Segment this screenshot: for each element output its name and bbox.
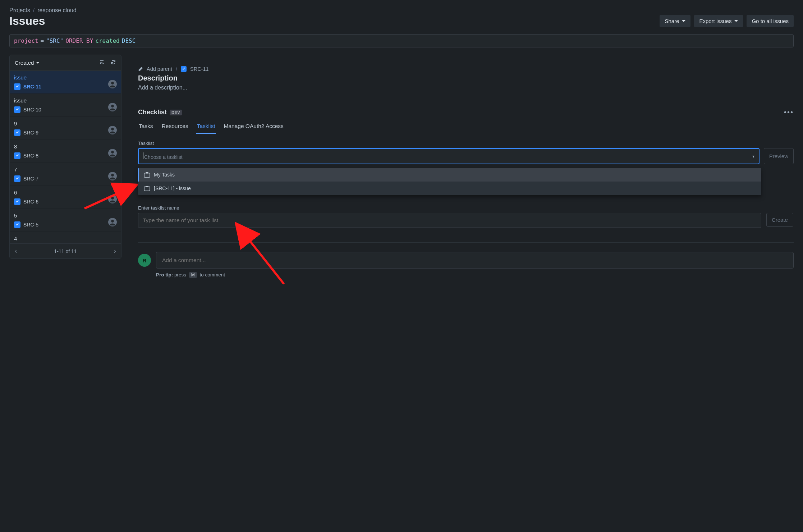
issue-title: issue [14,97,117,104]
issue-title: 9 [14,120,117,127]
assignee-avatar [108,103,117,111]
issue-type-icon [14,83,20,90]
page-next-button[interactable]: › [114,247,116,255]
chevron-down-icon: ▾ [752,154,754,159]
issue-key: SRC-8 [23,153,38,159]
pro-tip: Pro tip: press M to comment [156,272,794,278]
user-avatar: R [138,254,151,267]
svg-rect-8 [146,172,148,174]
jql-token: ORDER BY [65,37,93,44]
jql-token: = [40,37,44,44]
svg-point-3 [111,151,114,153]
tasklist-dropdown: My Tasks [SRC-11] - issue [138,168,761,195]
tab-tasks[interactable]: Tasks [138,121,154,134]
tasklist-name-label: Enter tasklist name [138,205,794,211]
issue-type-icon [14,175,20,182]
issue-title: 7 [14,166,117,173]
comment-input[interactable] [156,252,794,269]
svg-rect-7 [144,173,150,178]
issue-title: 5 [14,212,117,219]
issue-type-icon [14,106,20,113]
issue-card[interactable]: 7 SRC-7 [10,163,121,186]
sort-dropdown[interactable]: Created [15,60,40,66]
chevron-down-icon [734,20,738,22]
issue-type-icon [14,198,20,205]
assignee-avatar [108,126,117,134]
breadcrumb: Projects / response cloud [9,7,794,14]
issue-key: SRC-7 [23,176,38,182]
issue-key: SRC-5 [23,222,38,228]
page-prev-button[interactable]: ‹ [15,247,17,255]
issue-type-icon [14,152,20,159]
svg-point-4 [111,174,114,176]
breadcrumb-separator: / [33,7,35,14]
svg-point-0 [111,82,114,84]
issue-key: SRC-10 [23,107,41,113]
jql-token: DESC [122,37,136,44]
issue-title: 8 [14,143,117,150]
issue-list-panel: Created issue SRC-11 [9,55,121,259]
refresh-icon[interactable] [110,59,116,66]
chevron-down-icon [682,20,685,22]
issue-card[interactable]: 6 SRC-6 [10,186,121,209]
jql-search-input[interactable]: project = "SRC" ORDER BY created DESC [9,34,794,47]
tab-tasklist[interactable]: Tasklist [196,121,216,134]
preview-button[interactable]: Preview [764,148,794,164]
checklist-heading: Checklist [138,109,167,116]
more-menu-icon[interactable]: ••• [784,108,794,116]
export-issues-button[interactable]: Export issues [694,15,743,27]
breadcrumb-project-name[interactable]: response cloud [37,7,77,14]
issue-card[interactable]: issue SRC-11 [10,71,121,94]
breadcrumb-projects[interactable]: Projects [9,7,30,14]
issue-type-icon [181,66,187,72]
issue-card[interactable]: 5 SRC-5 [10,209,121,232]
tasklist-name-input[interactable] [138,213,761,228]
tab-manage-oauth2-access[interactable]: Manage OAuth2 Access [223,121,284,134]
issue-title: 6 [14,189,117,196]
tab-resources[interactable]: Resources [161,121,189,134]
dropdown-option[interactable]: My Tasks [138,168,761,182]
issue-key-link[interactable]: SRC-11 [190,66,209,72]
tasklist-icon [144,185,150,191]
chevron-down-icon [36,62,40,64]
dropdown-option[interactable]: [SRC-11] - issue [138,182,761,195]
share-button[interactable]: Share [660,15,690,27]
issue-key: SRC-11 [23,84,41,90]
description-heading: Description [138,74,794,82]
svg-rect-10 [146,186,148,187]
add-parent-link[interactable]: Add parent [147,66,172,72]
assignee-avatar [108,195,117,203]
svg-point-2 [111,128,114,130]
issue-card[interactable]: issue SRC-10 [10,94,121,117]
issue-title: 4 [14,235,117,242]
assignee-avatar [108,149,117,157]
page-title: Issues [9,14,45,28]
go-to-all-issues-button[interactable]: Go to all issues [747,15,794,27]
svg-point-6 [111,220,114,223]
issue-card[interactable]: 4 [10,232,121,243]
issue-type-icon [14,221,20,228]
assignee-avatar [108,80,117,88]
issue-card[interactable]: 9 SRC-9 [10,117,121,140]
tasklist-label: Tasklist [138,141,794,146]
page-range: 1-11 of 11 [54,248,77,254]
jql-token: project [14,37,38,44]
assignee-avatar [108,172,117,180]
jql-token: "SRC" [46,37,63,44]
assignee-avatar [108,218,117,226]
issue-key: SRC-6 [23,199,38,205]
svg-rect-9 [144,187,150,191]
tasklist-icon [144,172,150,178]
create-button[interactable]: Create [766,213,793,227]
issue-title: issue [14,74,117,81]
issue-key: SRC-9 [23,130,38,136]
tasklist-select[interactable]: Choose a tasklist ▾ [138,148,760,164]
edit-icon [138,66,143,72]
description-field[interactable]: Add a description... [138,84,794,91]
sort-order-icon[interactable] [99,59,105,66]
dev-badge: DEV [170,110,182,115]
jql-token: created [95,37,119,44]
svg-point-1 [111,105,114,107]
issue-card[interactable]: 8 SRC-8 [10,140,121,163]
issue-type-icon [14,129,20,136]
